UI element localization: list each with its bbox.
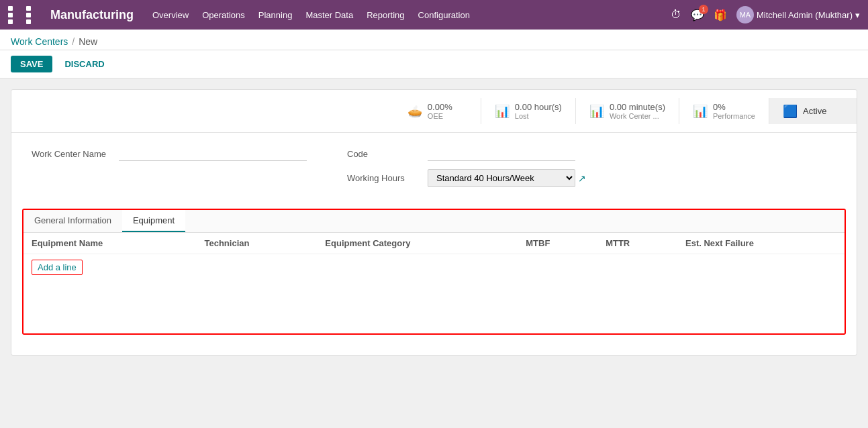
col-equipment-category: Equipment Category <box>317 233 518 254</box>
lost-label: Lost <box>515 112 562 120</box>
oee-label: OEE <box>428 112 452 120</box>
main-content: 🥧 0.00% OEE 📊 0.00 hour(s) Lost 📊 0.00 m… <box>0 78 868 423</box>
working-hours-select-wrapper: Standard 40 Hours/Week Standard 38 Hours… <box>428 169 586 187</box>
gift-icon[interactable]: 🎁 <box>714 9 727 21</box>
pie-chart-icon: 🥧 <box>407 104 422 119</box>
breadcrumb-current: New <box>79 36 97 47</box>
toolbar: SAVE DISCARD <box>0 50 868 78</box>
col-est-next-failure: Est. Next Failure <box>677 233 845 254</box>
workcenter-label: Work Center ... <box>610 112 665 120</box>
chat-icon[interactable]: 💬 1 <box>691 9 704 21</box>
user-name: Mitchell Admin (Mukthar) <box>757 10 853 20</box>
bar-chart-lost-icon: 📊 <box>495 104 510 119</box>
stat-lost[interactable]: 📊 0.00 hour(s) Lost <box>481 98 576 124</box>
working-hours-select[interactable]: Standard 40 Hours/Week Standard 38 Hours… <box>428 169 575 187</box>
app-brand: Manufacturing <box>50 8 134 22</box>
nav-operations[interactable]: Operations <box>202 7 245 23</box>
add-line-button[interactable]: Add a line <box>32 260 83 275</box>
user-dropdown-icon: ▾ <box>855 10 860 20</box>
work-center-name-input[interactable] <box>119 146 307 161</box>
work-center-name-label: Work Center Name <box>32 149 112 159</box>
tabs-header: General Information Equipment <box>23 210 845 233</box>
code-group: Code <box>347 146 836 161</box>
breadcrumb-separator: / <box>72 36 75 47</box>
equipment-table-header: Equipment Name Technician Equipment Cate… <box>23 233 845 254</box>
save-button[interactable]: SAVE <box>11 56 52 72</box>
col-mtbf: MTBF <box>518 233 597 254</box>
clock-icon[interactable]: ⏱ <box>671 9 681 21</box>
discard-button[interactable]: DISCARD <box>58 56 111 72</box>
stat-oee[interactable]: 🥧 0.00% OEE <box>394 98 481 124</box>
working-hours-group: Working Hours Standard 40 Hours/Week Sta… <box>347 169 836 187</box>
working-hours-external-link-icon[interactable]: ↗ <box>578 173 586 184</box>
breadcrumb-parent[interactable]: Work Centers <box>11 36 68 47</box>
workcenter-value: 0.00 minute(s) <box>610 102 665 112</box>
col-mttr: MTTR <box>597 233 677 254</box>
code-input[interactable] <box>428 146 575 161</box>
main-nav: Overview Operations Planning Master Data… <box>152 7 671 23</box>
tab-general-information[interactable]: General Information <box>23 210 122 232</box>
nav-planning[interactable]: Planning <box>258 7 293 23</box>
equipment-table: Equipment Name Technician Equipment Cate… <box>23 233 845 254</box>
active-value: Active <box>803 106 826 116</box>
right-fields: Code Working Hours Standard 40 Hours/Wee… <box>347 146 836 195</box>
avatar: MA <box>736 6 754 23</box>
col-equipment-name: Equipment Name <box>23 233 196 254</box>
code-label: Code <box>347 149 421 159</box>
performance-label: Performance <box>713 112 755 120</box>
stats-bar: 🥧 0.00% OEE 📊 0.00 hour(s) Lost 📊 0.00 m… <box>11 90 857 133</box>
col-technician: Technician <box>196 233 317 254</box>
tab-equipment-content: Equipment Name Technician Equipment Cate… <box>23 233 845 333</box>
grid-menu-icon[interactable] <box>8 6 42 24</box>
stat-workcenter[interactable]: 📊 0.00 minute(s) Work Center ... <box>576 98 679 124</box>
tabs-container: General Information Equipment Equipment … <box>22 209 846 335</box>
notification-badge: 1 <box>699 5 708 14</box>
bar-chart-perf-icon: 📊 <box>693 104 708 119</box>
lost-value: 0.00 hour(s) <box>515 102 562 112</box>
oee-value: 0.00% <box>428 102 452 112</box>
stat-performance[interactable]: 📊 0% Performance <box>679 98 769 124</box>
nav-master-data[interactable]: Master Data <box>305 7 353 23</box>
active-status-icon: 🟦 <box>783 104 798 119</box>
performance-value: 0% <box>713 102 755 112</box>
tab-equipment[interactable]: Equipment <box>122 210 185 232</box>
topbar-actions: ⏱ 💬 1 🎁 MA Mitchell Admin (Mukthar) ▾ <box>671 6 860 23</box>
stat-active[interactable]: 🟦 Active <box>769 98 857 124</box>
left-fields: Work Center Name <box>32 146 307 195</box>
nav-reporting[interactable]: Reporting <box>367 7 404 23</box>
work-center-name-group: Work Center Name <box>32 146 307 161</box>
working-hours-label: Working Hours <box>347 173 421 183</box>
form-card: 🥧 0.00% OEE 📊 0.00 hour(s) Lost 📊 0.00 m… <box>11 89 857 356</box>
form-row-two: Work Center Name Code Working Hours <box>32 146 836 195</box>
bar-chart-wc-icon: 📊 <box>589 104 604 119</box>
nav-configuration[interactable]: Configuration <box>418 7 470 23</box>
topbar: Manufacturing Overview Operations Planni… <box>0 0 868 30</box>
breadcrumb: Work Centers / New <box>0 30 868 50</box>
user-menu[interactable]: MA Mitchell Admin (Mukthar) ▾ <box>736 6 860 23</box>
form-section: Work Center Name Code Working Hours <box>11 133 857 202</box>
nav-overview[interactable]: Overview <box>152 7 189 23</box>
